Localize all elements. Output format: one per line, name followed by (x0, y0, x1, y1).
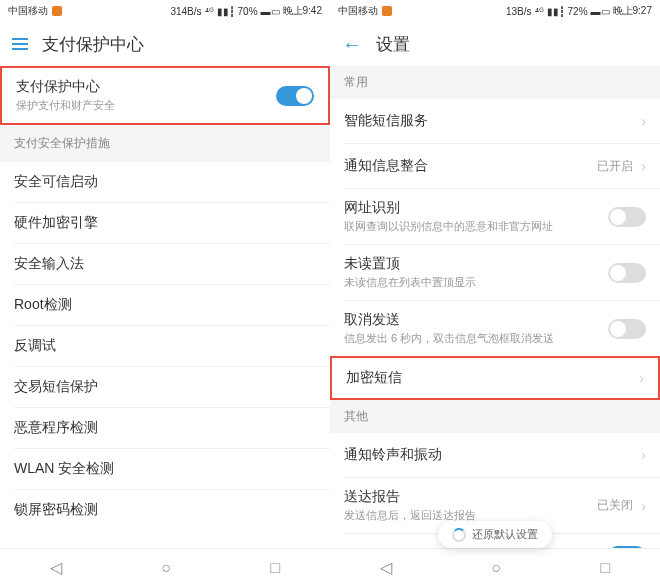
carrier: 中国移动 (338, 4, 378, 18)
spinner-icon (452, 528, 466, 542)
section-other: 其他 (330, 400, 660, 433)
nav-bar: ◁ ○ □ (330, 548, 660, 586)
row-title: 智能短信服务 (344, 112, 428, 130)
toggle-switch[interactable] (608, 263, 646, 283)
battery-icon: ▬▭ (591, 6, 610, 17)
list-item[interactable]: 安全可信启动 (0, 162, 330, 202)
chevron-right-icon: › (639, 370, 644, 386)
list-item[interactable]: 锁屏密码检测 (0, 490, 330, 530)
wifi-icon: ⁴ᴳ (205, 6, 214, 17)
battery-pct: 70% (238, 6, 258, 17)
row-title: 未读置顶 (344, 255, 608, 273)
status-text: 已关闭 (597, 497, 633, 514)
nav-bar: ◁ ○ □ (0, 548, 330, 586)
back-icon[interactable]: ◁ (50, 558, 62, 577)
status-bar: 中国移动 314B/s ⁴ᴳ ▮▮┇ 70% ▬▭ 晚上9:42 (0, 0, 330, 22)
chevron-right-icon: › (641, 447, 646, 463)
recent-icon[interactable]: □ (271, 559, 281, 577)
row-title: 通知铃声和振动 (344, 446, 442, 464)
page-title: 支付保护中心 (42, 33, 144, 56)
list-item[interactable]: WLAN 安全检测 (0, 449, 330, 489)
carrier: 中国移动 (8, 4, 48, 18)
list-item[interactable]: Root检测 (0, 285, 330, 325)
popup-text: 还原默认设置 (472, 527, 538, 542)
toggle-title: 支付保护中心 (16, 78, 276, 96)
content: 支付保护中心 保护支付和财产安全 支付安全保护措施 安全可信启动 硬件加密引擎 … (0, 66, 330, 548)
signal-icon: ▮▮┇ (547, 6, 565, 17)
right-phone: 中国移动 13B/s ⁴ᴳ ▮▮┇ 72% ▬▭ 晚上9:27 ← 设置 常用 … (330, 0, 660, 586)
home-icon[interactable]: ○ (491, 559, 501, 577)
hamburger-icon[interactable] (12, 38, 28, 50)
row-title: 取消发送 (344, 311, 608, 329)
list-item[interactable]: 恶意程序检测 (0, 408, 330, 448)
list-item[interactable]: 反调试 (0, 326, 330, 366)
section-header: 支付安全保护措施 (0, 125, 330, 162)
time: 晚上9:42 (283, 4, 322, 18)
section-common: 常用 (330, 66, 660, 99)
restore-defaults-popup[interactable]: 还原默认设置 (438, 521, 552, 548)
status-text: 已开启 (597, 158, 633, 175)
page-title: 设置 (376, 33, 410, 56)
toggle-switch[interactable] (276, 86, 314, 106)
status-bar: 中国移动 13B/s ⁴ᴳ ▮▮┇ 72% ▬▭ 晚上9:27 (330, 0, 660, 22)
battery-icon: ▬▭ (261, 6, 280, 17)
header: 支付保护中心 (0, 22, 330, 66)
speed: 13B/s (506, 6, 532, 17)
row-sub: 信息发出 6 秒内，双击信息气泡框取消发送 (344, 331, 608, 346)
wifi-icon: ⁴ᴳ (535, 6, 544, 17)
row-cancel[interactable]: 取消发送 信息发出 6 秒内，双击信息气泡框取消发送 (330, 301, 660, 356)
header: ← 设置 (330, 22, 660, 66)
toggle-switch[interactable] (608, 207, 646, 227)
chevron-right-icon: › (641, 498, 646, 514)
notification-dot (52, 6, 62, 16)
row-pin[interactable]: 未读置顶 未读信息在列表中置顶显示 (330, 245, 660, 300)
time: 晚上9:27 (613, 4, 652, 18)
row-url[interactable]: 网址识别 联网查询以识别信息中的恶意和非官方网址 (330, 189, 660, 244)
signal-icon: ▮▮┇ (217, 6, 235, 17)
back-icon[interactable]: ◁ (380, 558, 392, 577)
list-item[interactable]: 交易短信保护 (0, 367, 330, 407)
row-sub: 未读信息在列表中置顶显示 (344, 275, 608, 290)
recent-icon[interactable]: □ (601, 559, 611, 577)
toggle-subtitle: 保护支付和财产安全 (16, 98, 276, 113)
row-title: 通知信息整合 (344, 157, 428, 175)
left-phone: 中国移动 314B/s ⁴ᴳ ▮▮┇ 70% ▬▭ 晚上9:42 支付保护中心 … (0, 0, 330, 586)
toggle-switch[interactable] (608, 319, 646, 339)
toggle-switch[interactable] (608, 546, 646, 548)
payment-protection-toggle-row[interactable]: 支付保护中心 保护支付和财产安全 (0, 66, 330, 125)
row-sub: 联网查询以识别信息中的恶意和非官方网址 (344, 219, 608, 234)
row-merge[interactable]: 通知信息整合 已开启 › (330, 144, 660, 188)
row-ring[interactable]: 通知铃声和振动 › (330, 433, 660, 477)
list-item[interactable]: 安全输入法 (0, 244, 330, 284)
chevron-right-icon: › (641, 158, 646, 174)
row-title: 网址识别 (344, 199, 608, 217)
home-icon[interactable]: ○ (161, 559, 171, 577)
content: 常用 智能短信服务 › 通知信息整合 已开启 › 网址识别 联网查询以识别信息中… (330, 66, 660, 548)
list-item[interactable]: 硬件加密引擎 (0, 203, 330, 243)
speed: 314B/s (170, 6, 201, 17)
row-title: 加密短信 (346, 369, 402, 387)
battery-pct: 72% (568, 6, 588, 17)
back-arrow-icon[interactable]: ← (342, 33, 362, 56)
row-title: 送达报告 (344, 488, 597, 506)
row-smart-sms[interactable]: 智能短信服务 › (330, 99, 660, 143)
row-encrypt[interactable]: 加密短信 › (330, 356, 660, 400)
chevron-right-icon: › (641, 113, 646, 129)
notification-dot (382, 6, 392, 16)
